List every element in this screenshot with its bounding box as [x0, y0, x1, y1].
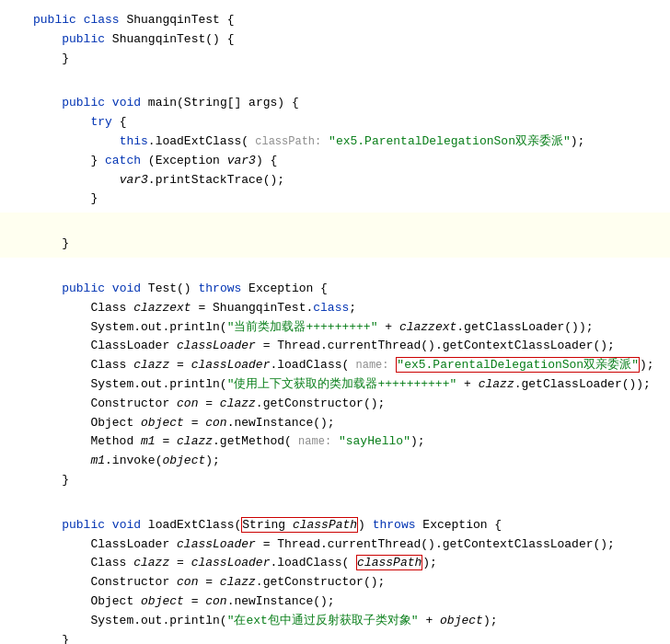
- line-content: Class clazzext = ShuangqinTest.class;: [33, 299, 670, 318]
- line-content: ClassLoader classLoader = Thread.current…: [33, 535, 670, 555]
- line-content: public void loadExtClass(String classPat…: [33, 516, 670, 535]
- line-content: }: [33, 631, 670, 644]
- code-line: System.out.println("当前类加载器+++++++++" + c…: [0, 318, 670, 338]
- line-content: Object object = con.newInstance();: [33, 592, 670, 612]
- code-section-highlighted: }: [0, 213, 670, 258]
- code-line: System.out.println("使用上下文获取的类加载器++++++++…: [0, 375, 670, 395]
- code-line: public ShuangqinTest() {: [0, 30, 670, 50]
- line-content: public void main(String[] args) {: [33, 94, 670, 113]
- code-line: ClassLoader classLoader = Thread.current…: [0, 337, 670, 356]
- line-content: m1.invoke(object);: [33, 452, 670, 471]
- line-content: }: [33, 190, 670, 209]
- code-line: try {: [0, 113, 670, 132]
- code-line: Method m1 = clazz.getMethod( name: "sayH…: [0, 432, 670, 452]
- line-content: Constructor con = clazz.getConstructor()…: [33, 395, 670, 414]
- code-line: Object object = con.newInstance();: [0, 592, 670, 612]
- code-line-loadclass: Class clazz = classLoader.loadClass( nam…: [0, 356, 670, 375]
- code-line: }: [0, 631, 670, 644]
- code-section-loadextclass: public void loadExtClass(String classPat…: [0, 494, 670, 644]
- line-content: public class ShuangqinTest {: [33, 11, 670, 30]
- code-line: }: [0, 235, 670, 254]
- code-line: public void main(String[] args) {: [0, 94, 670, 113]
- line-content: try {: [33, 113, 670, 132]
- line-content: } catch (Exception var3) {: [33, 152, 670, 171]
- code-line: ClassLoader classLoader = Thread.current…: [0, 535, 670, 555]
- code-line: }: [0, 471, 670, 490]
- code-line-loadclass2: Class clazz = classLoader.loadClass( cla…: [0, 554, 670, 573]
- code-line: public class ShuangqinTest {: [0, 11, 670, 30]
- code-line: m1.invoke(object);: [0, 452, 670, 471]
- code-line: System.out.println("在ext包中通过反射获取子类对象" + …: [0, 612, 670, 631]
- code-section-test: public void Test() throws Exception { Cl…: [0, 258, 670, 494]
- line-content: Class clazz = classLoader.loadClass( nam…: [33, 356, 670, 375]
- line-content: Constructor con = clazz.getConstructor()…: [33, 573, 670, 592]
- line-content: }: [33, 50, 670, 69]
- line-content: Method m1 = clazz.getMethod( name: "sayH…: [33, 432, 670, 452]
- line-content: public ShuangqinTest() {: [33, 30, 670, 50]
- code-line: }: [0, 50, 670, 69]
- code-line: var3.printStackTrace();: [0, 171, 670, 190]
- line-content: System.out.println("使用上下文获取的类加载器++++++++…: [33, 375, 670, 395]
- line-content: ClassLoader classLoader = Thread.current…: [33, 337, 670, 356]
- line-content: this.loadExtClass( classPath: "ex5.Paren…: [33, 132, 670, 152]
- line-content: System.out.println("当前类加载器+++++++++" + c…: [33, 318, 670, 338]
- code-line: public void Test() throws Exception {: [0, 280, 670, 299]
- code-line: }: [0, 190, 670, 209]
- line-content: }: [33, 471, 670, 490]
- code-section-main: public void main(String[] args) { try { …: [0, 72, 670, 213]
- line-content: Object object = con.newInstance();: [33, 414, 670, 433]
- line-content: public void Test() throws Exception {: [33, 280, 670, 299]
- code-line: [0, 498, 670, 516]
- code-line: [0, 75, 670, 94]
- code-line: Class clazzext = ShuangqinTest.class;: [0, 299, 670, 318]
- code-line: this.loadExtClass( classPath: "ex5.Paren…: [0, 132, 670, 152]
- code-line-catch: } catch (Exception var3) {: [0, 152, 670, 171]
- line-content: var3.printStackTrace();: [33, 171, 670, 190]
- code-line: Constructor con = clazz.getConstructor()…: [0, 573, 670, 592]
- code-line: [0, 261, 670, 280]
- code-section-class-header: public class ShuangqinTest { public Shua…: [0, 7, 670, 72]
- code-line: Constructor con = clazz.getConstructor()…: [0, 395, 670, 414]
- line-content: Class clazz = classLoader.loadClass( cla…: [33, 554, 670, 573]
- code-line: Object object = con.newInstance();: [0, 414, 670, 433]
- code-editor: public class ShuangqinTest { public Shua…: [0, 0, 670, 644]
- line-content: System.out.println("在ext包中通过反射获取子类对象" + …: [33, 612, 670, 631]
- line-content: }: [33, 235, 670, 254]
- code-line-loadextclass-signature: public void loadExtClass(String classPat…: [0, 516, 670, 535]
- code-line: [0, 216, 670, 235]
